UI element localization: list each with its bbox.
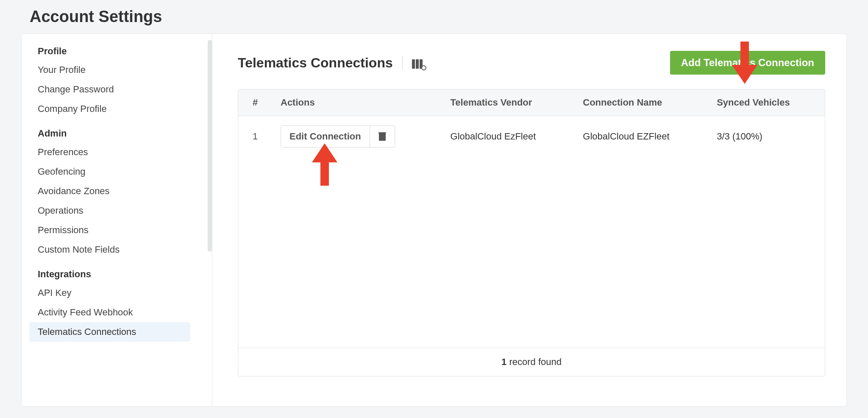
table-footer: 1 record found <box>238 348 825 376</box>
row-synced: 3/3 (100%) <box>708 116 825 157</box>
row-action-group: Edit Connection <box>281 125 395 148</box>
nav-change-password[interactable]: Change Password <box>22 80 206 99</box>
annotation-arrow-down <box>732 42 757 84</box>
row-vendor: GlobalCloud EzFleet <box>442 116 575 157</box>
col-number: # <box>238 89 272 116</box>
sidebar-scrollbar[interactable] <box>208 40 212 252</box>
nav-api-key[interactable]: API Key <box>22 283 206 303</box>
sidebar-heading-integrations: Integrations <box>22 267 206 283</box>
nav-avoidance-zones[interactable]: Avoidance Zones <box>22 181 206 201</box>
nav-preferences[interactable]: Preferences <box>22 142 206 162</box>
row-connection-name: GlobalCloud EZFleet <box>574 116 708 157</box>
sidebar-heading-profile: Profile <box>22 44 206 60</box>
main-title-wrap: Telematics Connections <box>238 55 424 71</box>
page-title: Account Settings <box>0 0 868 33</box>
col-actions: Actions <box>272 89 442 116</box>
nav-permissions[interactable]: Permissions <box>22 220 206 240</box>
sidebar-heading-admin: Admin <box>22 126 206 142</box>
col-synced: Synced Vehicles <box>708 89 825 116</box>
nav-custom-note-fields[interactable]: Custom Note Fields <box>22 240 206 259</box>
nav-company-profile[interactable]: Company Profile <box>22 99 206 119</box>
main-content: Telematics Connections Add Telematics Co… <box>212 34 846 406</box>
sidebar: Profile Your Profile Change Password Com… <box>22 34 212 406</box>
connections-table: # Actions Telematics Vendor Connection N… <box>238 89 825 376</box>
nav-telematics-connections[interactable]: Telematics Connections <box>29 322 190 342</box>
delete-connection-button[interactable] <box>370 126 395 147</box>
trash-icon <box>378 132 386 141</box>
col-connection-name: Connection Name <box>574 89 708 116</box>
section-title: Telematics Connections <box>238 55 393 71</box>
row-number: 1 <box>238 116 272 157</box>
record-found-text: record found <box>506 357 562 367</box>
nav-activity-feed-webhook[interactable]: Activity Feed Webhook <box>22 303 206 322</box>
settings-panel: Profile Your Profile Change Password Com… <box>21 33 847 407</box>
annotation-arrow-up <box>312 143 337 186</box>
nav-your-profile[interactable]: Your Profile <box>22 60 206 80</box>
columns-settings-icon[interactable] <box>412 57 424 69</box>
divider <box>402 56 403 70</box>
nav-geofencing[interactable]: Geofencing <box>22 162 206 181</box>
col-vendor: Telematics Vendor <box>442 89 575 116</box>
record-count: 1 <box>501 357 506 367</box>
row-actions: Edit Connection <box>272 116 442 157</box>
nav-operations[interactable]: Operations <box>22 201 206 220</box>
